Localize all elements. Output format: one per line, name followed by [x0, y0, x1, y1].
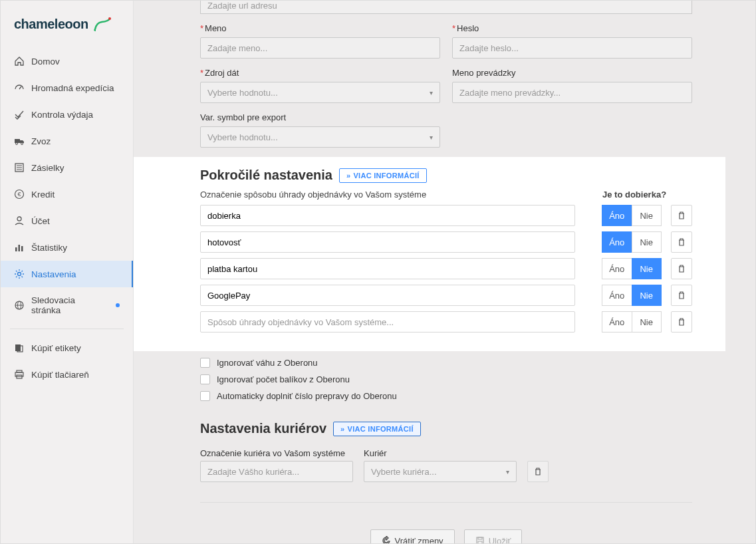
checkbox-label: Ignorovať váhu z Oberonu	[217, 358, 318, 368]
delete-row-button[interactable]	[671, 311, 692, 333]
separator	[200, 502, 692, 503]
sidebar-item-kupit-tlaciaren[interactable]: Kúpiť tlačiareň	[1, 361, 133, 388]
delete-row-button[interactable]	[671, 258, 692, 279]
sidebar-item-zasielky[interactable]: Zásielky	[1, 154, 133, 181]
sidebar-item-domov[interactable]: Domov	[1, 48, 133, 74]
cod-toggle: ÁnoNie	[602, 285, 662, 306]
checkbox-icon[interactable]	[200, 391, 210, 401]
check-ignore-weight[interactable]: Ignorovať váhu z Oberonu	[200, 358, 692, 368]
cod-yes-button[interactable]: Áno	[602, 205, 632, 226]
cod-yes-button[interactable]: Áno	[602, 231, 632, 253]
courier-title: Nastavenia kuriérov » VIAC INFORMÁCIÍ	[200, 421, 421, 436]
checkbox-icon[interactable]	[200, 374, 210, 384]
list-icon	[14, 162, 25, 173]
payment-method-input[interactable]	[200, 285, 575, 306]
chevron-down-icon: ▾	[430, 89, 433, 96]
chevron-down-icon: ▾	[506, 468, 509, 476]
sidebar-item-label: Hromadná expedícia	[31, 83, 114, 93]
revert-button[interactable]: Vrátiť zmeny	[370, 529, 455, 543]
cod-toggle: ÁnoNie	[602, 231, 662, 253]
zdroj-label: *Zdroj dát	[200, 68, 440, 78]
svg-point-0	[108, 17, 111, 20]
gear-icon	[14, 269, 25, 279]
nav-separator	[10, 329, 124, 329]
trash-icon	[677, 264, 686, 273]
sidebar-item-statistiky[interactable]: Štatistiky	[1, 234, 133, 261]
sidebar-item-label: Nastavenia	[31, 269, 76, 279]
sidebar-item-label: Zvoz	[31, 136, 51, 146]
cod-no-button[interactable]: Nie	[632, 205, 662, 226]
sidebar-item-sledovacia-stranka[interactable]: Sledovacia stránka	[1, 287, 133, 323]
courier-name-input[interactable]	[200, 461, 353, 482]
adv-col2-label: Je to dobierka?	[602, 190, 692, 200]
check-ignore-packages[interactable]: Ignorovať počet balíkov z Oberonu	[200, 374, 692, 384]
cod-yes-button[interactable]: Áno	[602, 285, 632, 306]
trash-icon	[677, 317, 686, 327]
sidebar-item-kredit[interactable]: € Kredit	[1, 181, 133, 207]
cod-no-button[interactable]: Nie	[632, 311, 662, 333]
delete-row-button[interactable]	[671, 205, 692, 226]
url-input[interactable]: Zadajte url adresu	[200, 1, 692, 14]
payment-method-input[interactable]	[200, 258, 575, 279]
chevron-down-icon: ▾	[430, 134, 433, 141]
sidebar-item-hromadna-expedicia[interactable]: Hromadná expedícia	[1, 74, 133, 101]
sidebar-item-label: Kúpiť etikety	[31, 343, 81, 353]
more-info-button[interactable]: » VIAC INFORMÁCIÍ	[339, 168, 427, 183]
cod-toggle: ÁnoNie	[602, 311, 662, 333]
payment-method-input[interactable]	[200, 311, 575, 333]
sidebar-item-label: Zásielky	[31, 163, 64, 173]
sidebar-item-label: Kontrola výdaja	[31, 110, 93, 120]
sidebar-item-label: Sledovacia stránka	[31, 295, 105, 315]
courier-select[interactable]: Vyberte kuriéra... ▾	[364, 461, 517, 482]
cod-no-button[interactable]: Nie	[632, 285, 662, 306]
svg-text:€: €	[17, 191, 21, 198]
truck-icon	[14, 136, 25, 146]
payment-method-row: ÁnoNie	[200, 311, 692, 333]
prevadzka-input[interactable]	[452, 82, 692, 103]
delete-row-button[interactable]	[671, 231, 692, 253]
cod-no-button[interactable]: Nie	[632, 258, 662, 279]
advanced-title: Pokročilé nastavenia » VIAC INFORMÁCIÍ	[200, 168, 427, 183]
cod-toggle: ÁnoNie	[602, 205, 662, 226]
svg-rect-2	[15, 139, 20, 143]
trash-icon	[677, 291, 686, 300]
sidebar-item-zvoz[interactable]: Zvoz	[1, 128, 133, 154]
payment-method-input[interactable]	[200, 231, 575, 253]
more-info-button-courier[interactable]: » VIAC INFORMÁCIÍ	[333, 422, 421, 436]
svg-rect-14	[21, 246, 23, 251]
cod-yes-button[interactable]: Áno	[602, 258, 632, 279]
payment-method-row: ÁnoNie	[200, 205, 692, 226]
svg-line-1	[19, 86, 21, 89]
delete-row-button[interactable]	[671, 285, 692, 306]
checkbox-icon[interactable]	[200, 358, 210, 368]
payment-method-input[interactable]	[200, 205, 575, 226]
heslo-input[interactable]	[452, 37, 692, 59]
save-icon	[475, 536, 485, 543]
zdroj-select[interactable]: Vyberte hodnotu... ▾	[200, 82, 440, 103]
sidebar: chameleoon Domov Hromadná expedícia Kont…	[1, 1, 134, 543]
sidebar-item-kupit-etikety[interactable]: Kúpiť etikety	[1, 335, 133, 361]
check-auto-fill[interactable]: Automaticky doplniť číslo prepravy do Ob…	[200, 391, 692, 401]
logo-text: chameleoon	[14, 17, 88, 32]
sidebar-item-ucet[interactable]: Účet	[1, 207, 133, 234]
courier-col1-label: Označenie kuriéra vo Vašom systéme	[200, 448, 353, 458]
meno-input[interactable]	[200, 37, 440, 59]
cod-no-button[interactable]: Nie	[632, 231, 662, 253]
cod-yes-button[interactable]: Áno	[602, 311, 632, 333]
sidebar-item-kontrola-vydaja[interactable]: Kontrola výdaja	[1, 101, 133, 128]
svg-rect-13	[19, 245, 21, 251]
revert-icon	[382, 536, 391, 543]
chevron-right-icon: »	[346, 172, 350, 180]
advanced-columns-header: Označenie spôsobu úhrady objednávky vo V…	[200, 190, 692, 200]
check-icon	[14, 109, 25, 120]
payment-method-row: ÁnoNie	[200, 231, 692, 253]
delete-courier-button[interactable]	[527, 461, 549, 482]
svg-rect-26	[478, 541, 482, 543]
trash-icon	[677, 237, 686, 247]
save-button[interactable]: Uložiť	[464, 529, 523, 543]
checkbox-label: Automaticky doplniť číslo prepravy do Ob…	[217, 391, 397, 401]
sidebar-item-nastavenia[interactable]: Nastavenia	[1, 261, 133, 287]
svg-point-11	[17, 217, 21, 221]
chameleon-icon	[94, 17, 112, 32]
varsym-select[interactable]: Vyberte hodnotu... ▾	[200, 126, 440, 148]
